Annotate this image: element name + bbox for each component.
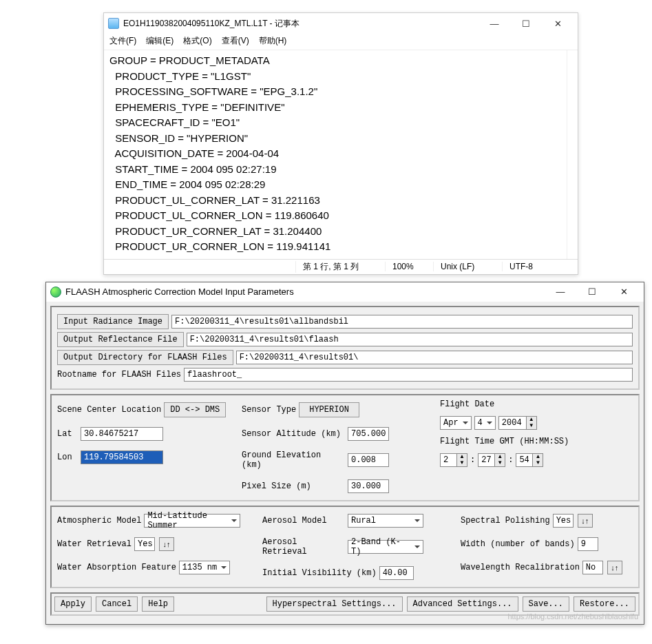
lat-input[interactable]: 30.84675217	[81, 427, 163, 441]
rootname-field[interactable]: flaashroot_	[184, 368, 633, 382]
advanced-settings-button[interactable]: Advanced Settings...	[407, 596, 518, 612]
notepad-icon	[108, 18, 119, 29]
water-retrieval-label: Water Retrieval	[57, 539, 132, 549]
atmospheric-model-select[interactable]: Mid-Latitude Summer	[144, 514, 240, 528]
ground-elevation-label: Ground Elevation (km)	[242, 450, 345, 470]
lat-label: Lat	[57, 429, 78, 439]
scene-center-label: Scene Center Location	[57, 405, 161, 415]
scene-sensor-panel: Scene Center Location DD <-> DMS Lat 30.…	[50, 394, 640, 501]
flaash-title: FLAASH Atmospheric Correction Model Inpu…	[65, 287, 545, 297]
spectral-polishing-value[interactable]: Yes	[553, 514, 574, 528]
initial-visibility-label: Initial Visibility (km)	[262, 568, 377, 578]
flight-hh-spinner[interactable]: 2▲▼	[440, 453, 467, 467]
flight-day-select[interactable]: 4	[474, 416, 496, 430]
flight-mm-spinner[interactable]: 27▲▼	[478, 453, 505, 467]
maximize-icon[interactable]: ☐	[576, 283, 608, 301]
hyperspectral-settings-button[interactable]: Hyperspectral Settings...	[266, 596, 403, 612]
water-retrieval-value[interactable]: Yes	[134, 537, 155, 551]
water-retrieval-toggle[interactable]: ↓↑	[159, 537, 174, 551]
close-icon[interactable]: ✕	[608, 283, 640, 301]
sensor-type-label: Sensor Type	[242, 405, 296, 415]
aerosol-model-label: Aerosol Model	[262, 516, 345, 526]
flight-ss-spinner[interactable]: 54▲▼	[516, 453, 543, 467]
menu-format[interactable]: 格式(O)	[183, 35, 211, 47]
flight-time-label: Flight Time GMT (HH:MM:SS)	[440, 437, 633, 446]
status-encoding: UTF-8	[502, 262, 578, 271]
status-position: 第 1 行, 第 1 列	[295, 261, 385, 273]
scrollbar[interactable]	[567, 50, 578, 259]
output-reflectance-button[interactable]: Output Reflectance File	[57, 332, 184, 347]
aerosol-model-select[interactable]: Rural	[348, 514, 423, 528]
input-radiance-button[interactable]: Input Radiance Image	[57, 314, 169, 329]
wavelength-recal-toggle[interactable]: ↓↑	[607, 561, 622, 574]
sensor-altitude-input[interactable]: 705.000	[348, 427, 389, 441]
output-directory-field[interactable]: F:\20200311_4\results01\	[236, 351, 633, 364]
wavelength-recal-value[interactable]: No	[582, 561, 603, 574]
minimize-icon[interactable]: —	[479, 14, 510, 33]
rootname-label: Rootname for FLAASH Files	[57, 370, 181, 380]
sensor-altitude-label: Sensor Altitude (km)	[242, 429, 345, 439]
flight-date-label: Flight Date	[440, 399, 633, 409]
flaash-icon	[50, 287, 61, 298]
flaash-titlebar: FLAASH Atmospheric Correction Model Inpu…	[46, 282, 644, 302]
restore-button[interactable]: Restore...	[574, 596, 635, 612]
sensor-type-button[interactable]: HYPERION	[299, 402, 359, 417]
atmospheric-panel: Atmospheric Model Mid-Latitude Summer Wa…	[50, 506, 640, 588]
cancel-button[interactable]: Cancel	[96, 596, 138, 612]
lon-input[interactable]: 119.79584503	[81, 450, 163, 464]
output-directory-button[interactable]: Output Directory for FLAASH Files	[57, 350, 233, 365]
close-icon[interactable]: ✕	[542, 14, 574, 33]
atmospheric-model-label: Atmospheric Model	[57, 516, 141, 526]
ground-elevation-input[interactable]: 0.008	[348, 453, 389, 467]
input-radiance-field[interactable]: F:\20200311_4\results01\allbandsbil	[171, 315, 633, 329]
notepad-text-area[interactable]: GROUP = PRODUCT_METADATA PRODUCT_TYPE = …	[104, 50, 567, 259]
aerosol-retrieval-label: Aerosol Retrieval	[262, 537, 345, 557]
spectral-polishing-label: Spectral Polishing	[461, 516, 550, 526]
menu-view[interactable]: 查看(V)	[222, 35, 249, 47]
status-zoom: 100%	[385, 262, 433, 271]
files-panel: Input Radiance Image F:\20200311_4\resul…	[50, 306, 640, 390]
minimize-icon[interactable]: —	[545, 283, 576, 301]
width-bands-label: Width (number of bands)	[461, 539, 575, 549]
aerosol-retrieval-select[interactable]: 2-Band (K-T)	[348, 540, 423, 554]
water-absorption-label: Water Absorption Feature	[57, 563, 176, 572]
actions-panel: Apply Cancel Help Hyperspectral Settings…	[50, 592, 640, 616]
notepad-statusbar: 第 1 行, 第 1 列 100% Unix (LF) UTF-8	[104, 259, 578, 274]
menu-file[interactable]: 文件(F)	[109, 35, 136, 47]
notepad-menu: 文件(F) 编辑(E) 格式(O) 查看(V) 帮助(H)	[104, 34, 578, 50]
spectral-polishing-toggle[interactable]: ↓↑	[578, 514, 593, 528]
help-button[interactable]: Help	[142, 596, 174, 612]
output-reflectance-field[interactable]: F:\20200311_4\results01\flaash	[187, 333, 633, 346]
water-absorption-select[interactable]: 1135 nm	[179, 561, 230, 574]
menu-help[interactable]: 帮助(H)	[259, 35, 287, 47]
save-button[interactable]: Save...	[523, 596, 569, 612]
initial-visibility-input[interactable]: 40.00	[379, 566, 414, 580]
notepad-title: EO1H1190382004095110KZ_MTL.L1T - 记事本	[123, 18, 479, 30]
dd-dms-button[interactable]: DD <-> DMS	[164, 402, 226, 417]
pixel-size-input[interactable]: 30.000	[348, 479, 389, 493]
menu-edit[interactable]: 编辑(E)	[146, 35, 173, 47]
status-eol: Unix (LF)	[433, 262, 502, 271]
flight-year-spinner[interactable]: 2004▲▼	[498, 416, 537, 430]
maximize-icon[interactable]: ☐	[510, 14, 542, 33]
lon-label: Lon	[57, 453, 78, 462]
wavelength-recal-label: Wavelength Recalibration	[461, 563, 580, 572]
flaash-window: FLAASH Atmospheric Correction Model Inpu…	[45, 282, 644, 625]
flight-month-select[interactable]: Apr	[440, 416, 472, 430]
notepad-titlebar: EO1H1190382004095110KZ_MTL.L1T - 记事本 — ☐…	[104, 13, 578, 34]
width-bands-input[interactable]: 9	[578, 537, 598, 551]
notepad-window: EO1H1190382004095110KZ_MTL.L1T - 记事本 — ☐…	[103, 12, 578, 275]
pixel-size-label: Pixel Size (m)	[242, 481, 345, 491]
apply-button[interactable]: Apply	[54, 596, 92, 612]
